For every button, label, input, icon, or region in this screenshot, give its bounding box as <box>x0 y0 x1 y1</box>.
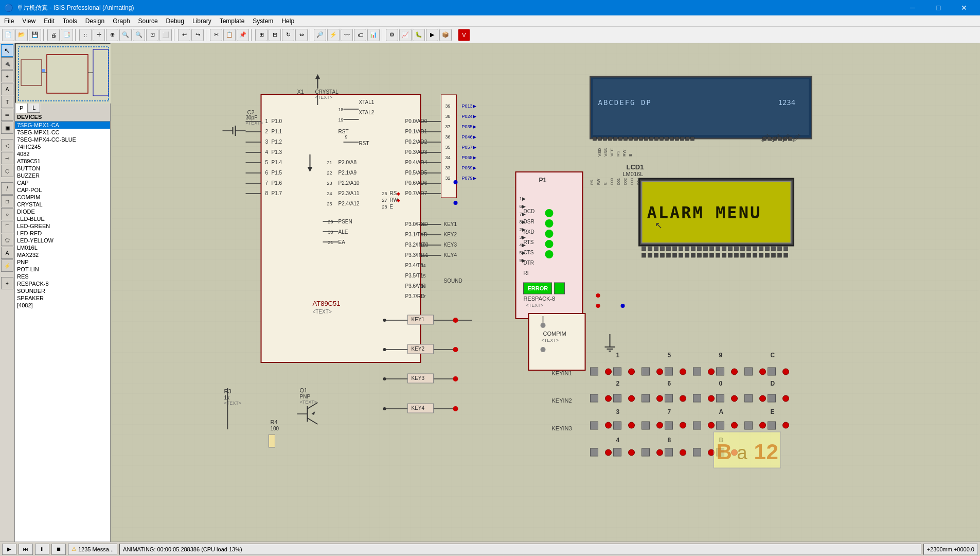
pin-tool[interactable]: ⊸ <box>1 152 13 164</box>
menu-item-library[interactable]: Library <box>188 15 216 26</box>
cross-button[interactable]: ✛ <box>93 29 105 41</box>
device-item[interactable]: AT89C51 <box>15 158 110 165</box>
device-item[interactable]: CAP-POL <box>15 186 110 194</box>
vsm-button[interactable]: V <box>458 29 470 41</box>
new-button[interactable]: 📄 <box>2 29 14 41</box>
bus-tool[interactable]: ═ <box>1 109 13 121</box>
paste-button[interactable]: 📌 <box>237 29 249 41</box>
graph-button[interactable]: 📈 <box>399 29 412 41</box>
device-item[interactable]: 7SEG-MPX1-CA <box>15 121 110 129</box>
circle-tool[interactable]: ○ <box>1 208 13 220</box>
device-item[interactable]: MAX232 <box>15 251 110 258</box>
wire-label-tool[interactable]: A <box>1 83 13 95</box>
module-button[interactable]: 📦 <box>439 29 452 41</box>
menu-item-debug[interactable]: Debug <box>162 15 188 26</box>
menu-item-template[interactable]: Template <box>216 15 249 26</box>
arc-tool[interactable]: ⌒ <box>1 221 13 233</box>
grid-button[interactable]: :: <box>79 29 92 41</box>
device-item[interactable]: 74HC245 <box>15 143 110 150</box>
tab-l[interactable]: L <box>28 102 40 113</box>
device-item[interactable]: POT-LIN <box>15 266 110 273</box>
select-tool[interactable]: ↖ <box>1 44 13 57</box>
device-item[interactable]: COMPIM <box>15 194 110 201</box>
minimize-button[interactable]: ─ <box>901 0 924 15</box>
box-tool[interactable]: □ <box>1 195 13 207</box>
block-copy-button[interactable]: ⊞ <box>255 29 268 41</box>
device-item[interactable]: SOUNDER <box>15 287 110 294</box>
search-button[interactable]: 🔎 <box>314 29 326 41</box>
symbol-tool[interactable]: ⚡ <box>1 259 13 272</box>
device-item[interactable]: LM016L <box>15 244 110 251</box>
block-move-button[interactable]: ⊟ <box>269 29 281 41</box>
device-item[interactable]: 4082 <box>15 150 110 158</box>
origin-button[interactable]: ⊕ <box>106 29 118 41</box>
device-item[interactable]: BUTTON <box>15 165 110 172</box>
device-item[interactable]: 7SEG-MPX1-CC <box>15 129 110 136</box>
open-button[interactable]: 📂 <box>15 29 28 41</box>
rotate-button[interactable]: ↻ <box>282 29 294 41</box>
canvas-area[interactable]: AT89C51 <TEXT> 1 P1.0 2 P1.1 3 P1.2 4 P1… <box>111 43 980 542</box>
device-item[interactable]: SPEAKER <box>15 294 110 302</box>
label-button[interactable]: 🏷 <box>354 29 366 41</box>
device-item[interactable]: RES <box>15 273 110 280</box>
wire-button[interactable]: 〰 <box>341 29 353 41</box>
device-item[interactable]: [4082] <box>15 302 110 309</box>
menu-item-source[interactable]: Source <box>134 15 162 26</box>
maximize-button[interactable]: □ <box>926 0 950 15</box>
save-button[interactable]: 💾 <box>29 29 41 41</box>
device-item[interactable]: LED-RED <box>15 230 110 237</box>
print2-button[interactable]: 📑 <box>61 29 73 41</box>
step-play-button[interactable]: ⏭ <box>19 544 33 555</box>
component-tool[interactable]: 🔌 <box>1 57 13 70</box>
print-button[interactable]: 🖨 <box>47 29 60 41</box>
zoom-out-button[interactable]: 🔍 <box>133 29 145 41</box>
menu-item-tools[interactable]: Tools <box>59 15 81 26</box>
device-item[interactable]: BUZZER <box>15 172 110 179</box>
play-button[interactable]: ▶ <box>2 544 16 555</box>
text-tool[interactable]: T <box>1 96 13 108</box>
menu-item-design[interactable]: Design <box>81 15 109 26</box>
pause-button[interactable]: ⏸ <box>35 544 49 555</box>
debug-button[interactable]: 🐛 <box>413 29 425 41</box>
device-item[interactable]: LED-YELLOW <box>15 237 110 244</box>
menu-item-system[interactable]: System <box>248 15 277 26</box>
device-item[interactable]: 7SEG-MPX4-CC-BLUE <box>15 136 110 143</box>
junction-tool[interactable]: + <box>1 70 13 82</box>
redo-button[interactable]: ↪ <box>191 29 204 41</box>
device-item[interactable]: LED-GREEN <box>15 222 110 230</box>
netlist-button[interactable]: 📊 <box>367 29 380 41</box>
add-tool[interactable]: + <box>1 277 13 289</box>
svg-text:E: E <box>603 182 607 185</box>
mirror-button[interactable]: ⇔ <box>295 29 308 41</box>
device-item[interactable]: CAP <box>15 179 110 186</box>
property-button[interactable]: ⚙ <box>386 29 398 41</box>
device-item[interactable]: LED-BLUE <box>15 215 110 222</box>
menu-item-help[interactable]: Help <box>277 15 298 26</box>
close-button[interactable]: ✕ <box>952 0 976 15</box>
text2-tool[interactable]: A <box>1 247 13 259</box>
menu-item-edit[interactable]: Edit <box>40 15 59 26</box>
tab-p[interactable]: P <box>15 102 28 113</box>
menu-item-file[interactable]: File <box>0 15 18 26</box>
device-item[interactable]: DIODE <box>15 208 110 215</box>
stop-button[interactable]: ⏹ <box>51 544 66 555</box>
zoom-in-button[interactable]: 🔍 <box>119 29 132 41</box>
polygon-tool[interactable]: ⬠ <box>1 234 13 246</box>
sub-circuit-tool[interactable]: ▣ <box>1 121 13 134</box>
terminal-tool[interactable]: ◁ <box>1 139 13 151</box>
line-tool[interactable]: / <box>1 182 13 195</box>
cut-button[interactable]: ✂ <box>210 29 222 41</box>
menu-item-view[interactable]: View <box>18 15 40 26</box>
undo-button[interactable]: ↩ <box>178 29 190 41</box>
menu-item-graph[interactable]: Graph <box>109 15 134 26</box>
device-item[interactable]: RESPACK-8 <box>15 280 110 287</box>
compile-button[interactable]: ▶ <box>426 29 438 41</box>
port-tool[interactable]: ⬡ <box>1 165 13 177</box>
zoom-area-button[interactable]: ⬜ <box>159 29 172 41</box>
device-item[interactable]: CRYSTAL <box>15 201 110 208</box>
device-item[interactable]: PNP <box>15 258 110 266</box>
zoom-fit-button[interactable]: ⊡ <box>146 29 158 41</box>
svg-text:P2.1/A9: P2.1/A9 <box>338 170 357 176</box>
copy-button[interactable]: 📋 <box>223 29 236 41</box>
probe-button[interactable]: ⚡ <box>327 29 340 41</box>
